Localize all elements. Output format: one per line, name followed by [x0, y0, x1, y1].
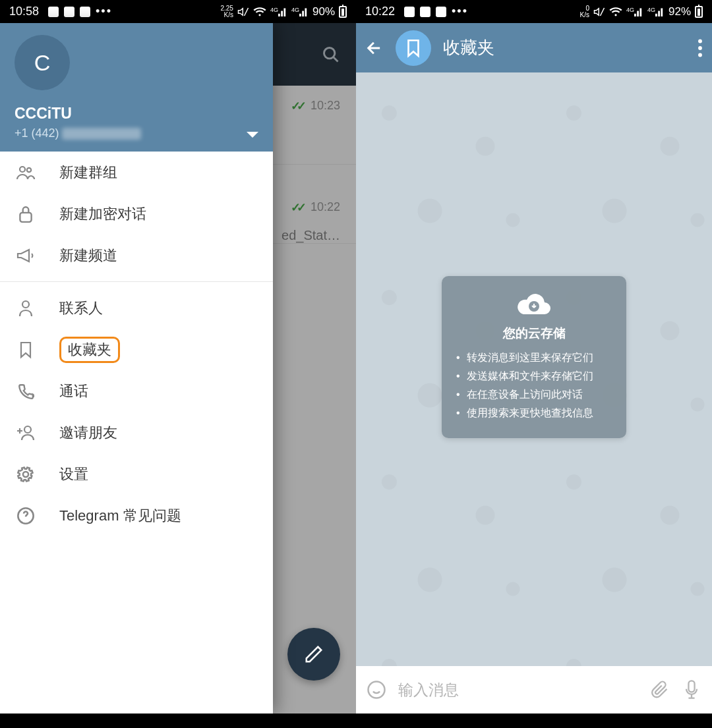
drawer-item-label: 新建加密对话 — [59, 204, 146, 224]
compose-button[interactable] — [287, 628, 340, 681]
more-icon: ••• — [96, 5, 112, 18]
tip-item: 转发消息到这里来保存它们 — [456, 351, 612, 364]
drawer-item-new-channel[interactable]: 新建频道 — [0, 235, 273, 276]
right-phone: 10:22 ••• 0K/s 4G 4G — [356, 0, 712, 728]
mute-icon — [237, 6, 249, 18]
app-icon-3 — [436, 7, 446, 17]
bookmark-icon — [16, 340, 36, 360]
saved-avatar[interactable] — [396, 30, 431, 66]
drawer-item-label: 设置 — [59, 464, 88, 484]
back-button[interactable] — [365, 39, 384, 57]
svg-point-11 — [698, 39, 702, 43]
drawer-item-saved[interactable]: 收藏夹 — [0, 329, 273, 370]
battery-icon — [339, 6, 347, 18]
tip-item: 使用搜索来更快地查找信息 — [456, 406, 612, 420]
drawer-header[interactable]: C CCCiTU +1 (442) — [0, 23, 273, 152]
status-time: 10:22 — [365, 5, 395, 18]
svg-rect-5 — [20, 212, 31, 221]
invite-icon — [16, 423, 36, 443]
drawer-item-label: 通话 — [59, 381, 88, 401]
attach-icon[interactable] — [650, 680, 670, 700]
android-navbar — [356, 714, 712, 728]
drawer-item-contacts[interactable]: 联系人 — [0, 287, 273, 329]
group-icon — [16, 163, 36, 182]
message-input[interactable] — [398, 681, 638, 699]
svg-line-0 — [244, 8, 248, 16]
svg-point-8 — [23, 471, 28, 476]
statusbar: 10:22 ••• 0K/s 4G 4G — [356, 0, 712, 23]
svg-point-12 — [698, 46, 702, 50]
help-icon — [16, 506, 36, 526]
svg-point-15 — [369, 682, 385, 698]
drawer-item-label: 联系人 — [59, 298, 103, 318]
nav-drawer: C CCCiTU +1 (442) 新建群组 新建加密对话 — [0, 23, 273, 714]
avatar[interactable]: C — [15, 35, 70, 90]
megaphone-icon — [16, 246, 36, 266]
drawer-item-calls[interactable]: 通话 — [0, 370, 273, 412]
drawer-item-label: 收藏夹 — [59, 337, 120, 363]
saved-messages-view: 收藏夹 您的云存储 转发消息到这里来保存它们 发送媒体和文件来存储它们 在任意设… — [356, 23, 712, 714]
drawer-item-new-group[interactable]: 新建群组 — [0, 152, 273, 193]
gear-icon — [16, 464, 36, 484]
chat-title: 收藏夹 — [443, 36, 494, 59]
message-input-bar — [356, 666, 712, 714]
tip-list: 转发消息到这里来保存它们 发送媒体和文件来存储它们 在任意设备上访问此对话 使用… — [456, 351, 612, 420]
svg-point-7 — [24, 426, 31, 433]
signal-1: 4G — [270, 7, 287, 16]
battery-percent: 92% — [668, 5, 691, 18]
drawer-item-new-secret-chat[interactable]: 新建加密对话 — [0, 193, 273, 235]
app-icon-1 — [48, 7, 59, 17]
svg-point-4 — [27, 167, 31, 171]
wifi-icon — [253, 7, 266, 17]
svg-point-3 — [20, 167, 25, 172]
statusbar: 10:58 ••• 2.25K/s 4G 4G — [0, 0, 356, 23]
signal-2: 4G — [647, 7, 665, 16]
drawer-item-settings[interactable]: 设置 — [0, 453, 273, 495]
drawer-item-invite[interactable]: 邀请朋友 — [0, 412, 273, 453]
mute-icon — [593, 6, 605, 18]
expand-account-icon[interactable] — [247, 132, 258, 140]
cloud-download-icon — [456, 291, 612, 318]
account-phone: +1 (442) — [15, 126, 258, 140]
svg-point-6 — [22, 301, 29, 308]
net-speed: 0K/s — [579, 5, 589, 18]
drawer-item-label: 邀请朋友 — [59, 423, 117, 443]
emoji-icon[interactable] — [367, 680, 386, 700]
tip-title: 您的云存储 — [456, 325, 612, 342]
drawer-list: 新建群组 新建加密对话 新建频道 联系人 — [0, 152, 273, 714]
wifi-icon — [609, 7, 622, 17]
drawer-item-label: Telegram 常见问题 — [59, 506, 181, 526]
app-icon-2 — [420, 7, 430, 17]
cloud-storage-tip: 您的云存储 转发消息到这里来保存它们 发送媒体和文件来存储它们 在任意设备上访问… — [442, 276, 626, 438]
svg-line-10 — [600, 8, 604, 16]
net-speed: 2.25K/s — [220, 5, 233, 18]
tip-item: 发送媒体和文件来存储它们 — [456, 370, 612, 383]
lock-icon — [16, 204, 36, 224]
left-phone: 10:58 ••• 2.25K/s 4G 4G — [0, 0, 356, 728]
battery-percent: 90% — [312, 5, 335, 18]
more-icon: ••• — [452, 5, 468, 18]
person-icon — [16, 298, 36, 318]
android-navbar — [0, 714, 356, 728]
battery-icon — [695, 6, 703, 18]
tip-item: 在任意设备上访问此对话 — [456, 388, 612, 401]
phone-icon — [16, 381, 36, 401]
drawer-item-label: 新建频道 — [59, 246, 117, 266]
mic-icon[interactable] — [682, 680, 701, 700]
app-icon-1 — [404, 7, 415, 17]
signal-2: 4G — [291, 7, 309, 16]
chat-header: 收藏夹 — [356, 23, 712, 72]
app-icon-3 — [80, 7, 90, 17]
svg-point-13 — [698, 53, 702, 57]
kebab-menu-icon[interactable] — [697, 39, 703, 57]
drawer-item-label: 新建群组 — [59, 163, 117, 182]
app-icon-2 — [64, 7, 74, 17]
account-name: CCCiTU — [15, 105, 258, 123]
chat-body[interactable]: 您的云存储 转发消息到这里来保存它们 发送媒体和文件来存储它们 在任意设备上访问… — [356, 72, 712, 666]
status-time: 10:58 — [9, 5, 39, 18]
signal-1: 4G — [626, 7, 643, 16]
svg-rect-16 — [688, 681, 694, 692]
divider — [0, 281, 273, 282]
drawer-item-faq[interactable]: Telegram 常见问题 — [0, 495, 273, 536]
